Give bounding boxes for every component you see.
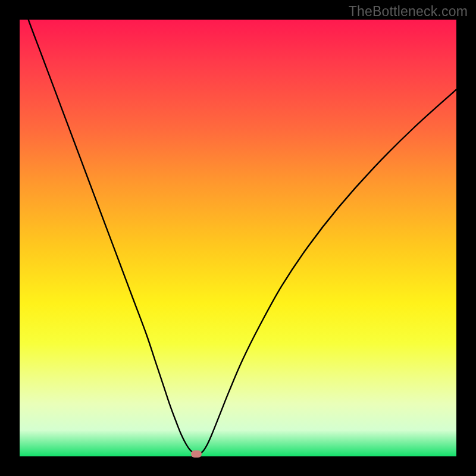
plot-area bbox=[20, 20, 456, 456]
curve-svg bbox=[20, 20, 456, 456]
chart-frame: TheBottleneck.com bbox=[0, 0, 476, 476]
watermark-text: TheBottleneck.com bbox=[349, 4, 468, 20]
optimal-point-marker bbox=[191, 450, 202, 458]
bottleneck-curve bbox=[20, 0, 456, 455]
